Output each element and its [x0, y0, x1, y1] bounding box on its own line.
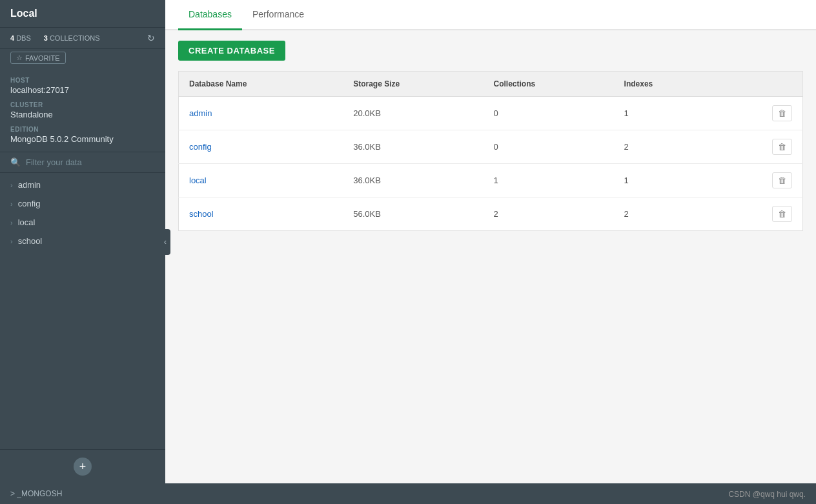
chevron-right-icon: ›: [10, 219, 13, 227]
col-header-indexes: Indexes: [614, 72, 717, 97]
tab-performance[interactable]: Performance: [242, 0, 314, 30]
connection-info: HOST localhost:27017 CLUSTER Standalone …: [0, 69, 165, 152]
collections-label: COLLECTIONS: [50, 34, 100, 42]
db-name-cell: admin: [179, 97, 343, 130]
delete-db-button[interactable]: 🗑: [772, 172, 792, 188]
favorite-button[interactable]: ☆ FAVORITE: [10, 52, 66, 64]
edition-value: MongoDB 5.0.2 Community: [10, 134, 155, 144]
favorite-label: FAVORITE: [25, 54, 60, 62]
star-icon: ☆: [16, 54, 23, 62]
sidebar-stats: 4 DBS 3 COLLECTIONS ↻: [0, 28, 165, 49]
tab-databases[interactable]: Databases: [178, 0, 242, 30]
db-action-cell: 🗑: [717, 197, 803, 231]
db-collections-cell: 2: [484, 197, 614, 231]
db-collections-cell: 0: [484, 130, 614, 164]
col-header-actions: [717, 72, 803, 97]
db-name-link[interactable]: config: [189, 142, 212, 152]
collections-stat: 3 COLLECTIONS: [44, 34, 100, 42]
chevron-right-icon: ›: [10, 200, 13, 208]
sidebar-item-config[interactable]: › config: [0, 194, 165, 213]
search-icon: 🔍: [10, 157, 21, 167]
cluster-section: CLUSTER Standalone: [10, 101, 155, 119]
watermark: CSDN @qwq hui qwq.: [728, 490, 806, 499]
cluster-value: Standalone: [10, 110, 155, 119]
db-name-link[interactable]: local: [189, 176, 207, 185]
sidebar-item-local[interactable]: › local: [0, 213, 165, 232]
chevron-right-icon: ›: [10, 237, 13, 245]
add-connection-button[interactable]: +: [74, 458, 92, 476]
create-database-button[interactable]: CREATE DATABASE: [178, 41, 285, 61]
nav-label-admin: admin: [18, 180, 41, 190]
nav-label-school: school: [18, 236, 43, 246]
db-action-cell: 🗑: [717, 130, 803, 164]
sidebar-item-school[interactable]: › school: [0, 232, 165, 250]
sidebar-title: Local: [0, 0, 165, 28]
favorite-section: ☆ FAVORITE: [0, 49, 165, 69]
nav-label-local: local: [18, 217, 36, 227]
col-header-storage: Storage Size: [343, 72, 483, 97]
filter-section: 🔍: [0, 152, 165, 173]
delete-db-button[interactable]: 🗑: [772, 105, 792, 121]
host-label: HOST: [10, 77, 155, 84]
cluster-label: CLUSTER: [10, 101, 155, 108]
db-name-cell: school: [179, 197, 343, 231]
dbs-stat: 4 DBS: [10, 34, 31, 42]
tabs-bar: Databases Performance: [165, 0, 816, 30]
toolbar: CREATE DATABASE: [178, 41, 803, 61]
db-storage-cell: 36.0KB: [343, 164, 483, 197]
table-row: local 36.0KB 1 1 🗑: [179, 164, 803, 197]
bottom-bar: > _MONGOSH: [0, 483, 816, 504]
table-row: config 36.0KB 0 2 🗑: [179, 130, 803, 164]
db-name-link[interactable]: admin: [189, 108, 212, 118]
col-header-collections: Collections: [484, 72, 614, 97]
host-section: HOST localhost:27017: [10, 77, 155, 95]
db-storage-cell: 20.0KB: [343, 97, 483, 130]
databases-table: Database Name Storage Size Collections I…: [178, 71, 803, 231]
db-collections-cell: 0: [484, 97, 614, 130]
col-header-name: Database Name: [179, 72, 343, 97]
db-indexes-cell: 2: [614, 130, 717, 164]
content-area: CREATE DATABASE Database Name Storage Si…: [165, 30, 816, 483]
edition-label: EDITION: [10, 126, 155, 133]
db-storage-cell: 56.0KB: [343, 197, 483, 231]
mongosh-label: > _MONGOSH: [10, 489, 62, 498]
collections-count: 3: [44, 34, 48, 42]
db-action-cell: 🗑: [717, 164, 803, 197]
table-row: school 56.0KB 2 2 🗑: [179, 197, 803, 231]
main-content: Databases Performance CREATE DATABASE Da…: [165, 0, 816, 483]
host-value: localhost:27017: [10, 85, 155, 95]
refresh-button[interactable]: ↻: [147, 33, 155, 43]
db-name-cell: local: [179, 164, 343, 197]
db-storage-cell: 36.0KB: [343, 130, 483, 164]
delete-db-button[interactable]: 🗑: [772, 206, 792, 222]
sidebar-collapse-button[interactable]: ‹: [160, 229, 170, 255]
dbs-label: DBS: [16, 34, 31, 42]
filter-input[interactable]: [26, 157, 155, 167]
sidebar: Local 4 DBS 3 COLLECTIONS ↻ ☆ FAVORITE H…: [0, 0, 165, 483]
sidebar-footer: +: [0, 449, 165, 483]
table-row: admin 20.0KB 0 1 🗑: [179, 97, 803, 130]
db-indexes-cell: 2: [614, 197, 717, 231]
dbs-count: 4: [10, 34, 14, 42]
sidebar-nav: › admin › config › local › school: [0, 173, 165, 449]
nav-label-config: config: [18, 199, 41, 208]
db-indexes-cell: 1: [614, 97, 717, 130]
sidebar-item-admin[interactable]: › admin: [0, 176, 165, 194]
db-name-cell: config: [179, 130, 343, 164]
table-header-row: Database Name Storage Size Collections I…: [179, 72, 803, 97]
db-name-link[interactable]: school: [189, 209, 214, 219]
delete-db-button[interactable]: 🗑: [772, 139, 792, 155]
db-collections-cell: 1: [484, 164, 614, 197]
db-indexes-cell: 1: [614, 164, 717, 197]
chevron-right-icon: ›: [10, 181, 13, 189]
edition-section: EDITION MongoDB 5.0.2 Community: [10, 126, 155, 144]
db-action-cell: 🗑: [717, 97, 803, 130]
